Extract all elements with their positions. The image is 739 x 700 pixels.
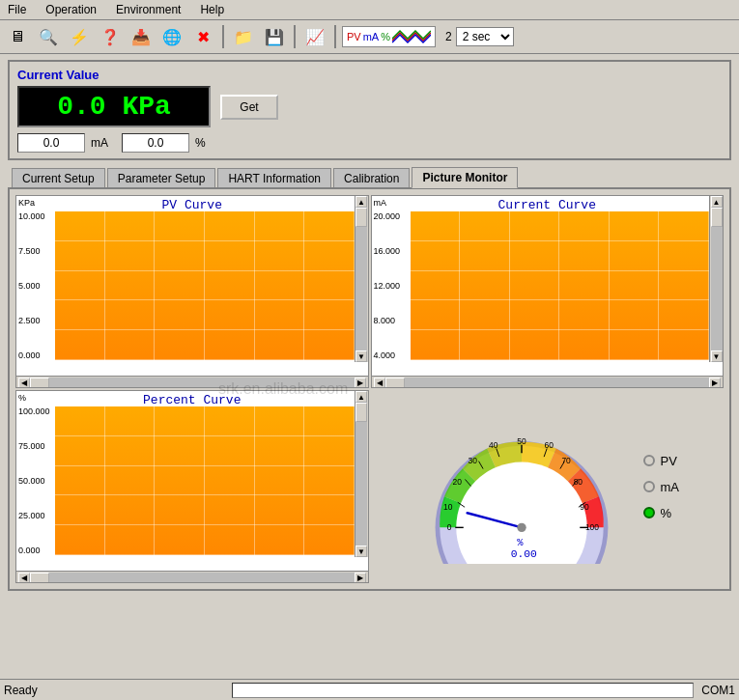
percent-chart-title: Percent Curve bbox=[143, 393, 241, 407]
ma-label: mA bbox=[363, 31, 380, 42]
pv-chart: PV Curve 10.000 7.500 5.000 2.500 0.000 … bbox=[15, 195, 369, 388]
pv-y-label-4: 0.000 bbox=[18, 350, 53, 360]
tab-hart-information[interactable]: HART Information bbox=[217, 168, 331, 188]
cv-big-display: 0.0 KPa bbox=[17, 86, 211, 127]
pv-chart-inner bbox=[55, 211, 355, 360]
percent-hscrollbar[interactable]: ◀ ▶ bbox=[16, 571, 368, 583]
pv-y-label-0: 10.000 bbox=[18, 211, 53, 221]
pv-hthumb[interactable] bbox=[30, 378, 49, 389]
pv-hscrollbar-inner: ◀ ▶ bbox=[18, 377, 366, 388]
percent-y-labels: 100.000 75.000 50.000 25.000 0.000 bbox=[16, 406, 55, 555]
computer-icon[interactable]: 🖥 bbox=[4, 23, 31, 50]
save-icon[interactable]: 💾 bbox=[261, 23, 288, 50]
current-y-label-0: 20.000 bbox=[374, 211, 409, 221]
pv-scroll-thumb[interactable] bbox=[355, 208, 367, 227]
percent-hthumb[interactable] bbox=[30, 573, 49, 584]
stop-icon[interactable]: ✖ bbox=[189, 23, 216, 50]
ma-value-input[interactable] bbox=[17, 133, 85, 153]
current-scroll-up[interactable]: ▲ bbox=[711, 196, 723, 208]
lightning-icon[interactable]: ⚡ bbox=[66, 23, 93, 50]
gauge-svg: 0 10 20 30 40 bbox=[415, 409, 628, 564]
pv-scroll-down[interactable]: ▼ bbox=[355, 350, 367, 362]
cv-display-row: 0.0 KPa Get bbox=[17, 86, 722, 127]
pv-y-labels: 10.000 7.500 5.000 2.500 0.000 bbox=[16, 211, 55, 360]
current-scroll-right[interactable]: ▶ bbox=[709, 378, 721, 389]
pv-vscrollbar[interactable]: ▲ ▼ bbox=[355, 196, 368, 362]
tab-picture-monitor[interactable]: Picture Monitor bbox=[412, 167, 518, 188]
current-chart: Current Curve 20.000 16.000 12.000 8.000… bbox=[371, 195, 725, 388]
current-hscrollbar[interactable]: ◀ ▶ bbox=[372, 376, 724, 388]
percent-scroll-thumb[interactable] bbox=[355, 403, 367, 422]
svg-text:60: 60 bbox=[544, 440, 554, 450]
globe-icon[interactable]: 🌐 bbox=[158, 23, 185, 50]
tab-calibration[interactable]: Calibration bbox=[333, 168, 410, 188]
tab-parameter-setup[interactable]: Parameter Setup bbox=[107, 168, 216, 188]
main-panel: Current Value 0.0 KPa Get mA % Current S… bbox=[0, 54, 739, 597]
current-scroll-track bbox=[711, 208, 723, 350]
percent-y-label-0: 100.000 bbox=[18, 406, 53, 416]
svg-text:100: 100 bbox=[584, 522, 598, 532]
pv-scroll-up[interactable]: ▲ bbox=[355, 196, 367, 208]
pv-unit: KPa bbox=[16, 198, 35, 208]
chart-lines-icon bbox=[392, 29, 431, 44]
current-scroll-down[interactable]: ▼ bbox=[711, 350, 723, 362]
current-value-panel: Current Value 0.0 KPa Get mA % bbox=[8, 60, 731, 160]
tab-current-setup[interactable]: Current Setup bbox=[12, 168, 105, 188]
status-input[interactable] bbox=[232, 683, 694, 698]
pv-scroll-left[interactable]: ◀ bbox=[18, 378, 30, 389]
current-unit: mA bbox=[372, 198, 387, 208]
percent-scroll-up[interactable]: ▲ bbox=[355, 391, 367, 403]
current-scroll-left[interactable]: ◀ bbox=[374, 378, 385, 389]
svg-text:%: % bbox=[517, 537, 524, 548]
pv-scroll-right[interactable]: ▶ bbox=[355, 378, 366, 389]
radio-ma-circle[interactable] bbox=[643, 481, 655, 492]
pv-label: PV bbox=[347, 31, 361, 42]
radio-pct[interactable]: % bbox=[643, 506, 680, 520]
chart-icon[interactable]: 📈 bbox=[301, 23, 328, 50]
get-button[interactable]: Get bbox=[220, 95, 278, 120]
menu-operation[interactable]: Operation bbox=[42, 2, 100, 17]
current-hscrollbar-inner: ◀ ▶ bbox=[374, 377, 722, 388]
search-icon[interactable]: 🔍 bbox=[35, 23, 62, 50]
ma-unit-label: mA bbox=[91, 136, 108, 150]
percent-vscrollbar[interactable]: ▲ ▼ bbox=[355, 391, 368, 557]
radio-pct-circle[interactable] bbox=[643, 507, 655, 518]
percent-scroll-right[interactable]: ▶ bbox=[355, 573, 366, 584]
current-chart-title: Current Curve bbox=[498, 198, 596, 212]
radio-pv-circle[interactable] bbox=[643, 455, 655, 466]
cv-sub-row: mA % bbox=[17, 133, 722, 153]
current-y-label-2: 12.000 bbox=[374, 281, 409, 291]
time-unit-select[interactable]: 1 sec 2 sec 5 sec 10 sec bbox=[456, 27, 514, 46]
radio-ma[interactable]: mA bbox=[643, 480, 680, 494]
percent-scroll-down[interactable]: ▼ bbox=[355, 546, 367, 557]
svg-text:0: 0 bbox=[446, 522, 451, 532]
menu-file[interactable]: File bbox=[4, 2, 30, 17]
current-value-title: Current Value bbox=[17, 68, 722, 82]
current-scroll-thumb[interactable] bbox=[711, 208, 723, 227]
radio-pv[interactable]: PV bbox=[643, 454, 680, 468]
percent-y-label-4: 0.000 bbox=[18, 546, 53, 555]
folder-icon[interactable]: 📁 bbox=[230, 23, 257, 50]
menubar: File Operation Environment Help bbox=[0, 0, 739, 20]
svg-text:80: 80 bbox=[573, 477, 583, 487]
pct-value-input[interactable] bbox=[122, 133, 189, 153]
radio-pv-label: PV bbox=[661, 454, 677, 468]
current-vscrollbar[interactable]: ▲ ▼ bbox=[709, 196, 723, 362]
time-value-label: 2 bbox=[445, 30, 452, 43]
menu-help[interactable]: Help bbox=[196, 2, 228, 17]
current-htrack bbox=[385, 378, 710, 389]
radio-group: PV mA % bbox=[643, 454, 680, 520]
status-com-text: COM1 bbox=[701, 684, 735, 697]
svg-text:90: 90 bbox=[580, 502, 589, 512]
current-hthumb[interactable] bbox=[385, 378, 405, 389]
download-icon[interactable]: 📥 bbox=[128, 23, 155, 50]
menu-environment[interactable]: Environment bbox=[112, 2, 185, 17]
current-y-label-4: 4.000 bbox=[374, 350, 409, 360]
svg-text:10: 10 bbox=[443, 502, 453, 512]
help-icon[interactable]: ❓ bbox=[97, 23, 124, 50]
svg-text:30: 30 bbox=[468, 456, 477, 465]
tab-content: srk.en.alibaba.com PV Curve 10.000 7.500… bbox=[8, 187, 731, 591]
percent-scroll-left[interactable]: ◀ bbox=[18, 573, 30, 584]
pct-unit-label: % bbox=[195, 136, 206, 150]
pv-hscrollbar[interactable]: ◀ ▶ bbox=[16, 376, 368, 388]
